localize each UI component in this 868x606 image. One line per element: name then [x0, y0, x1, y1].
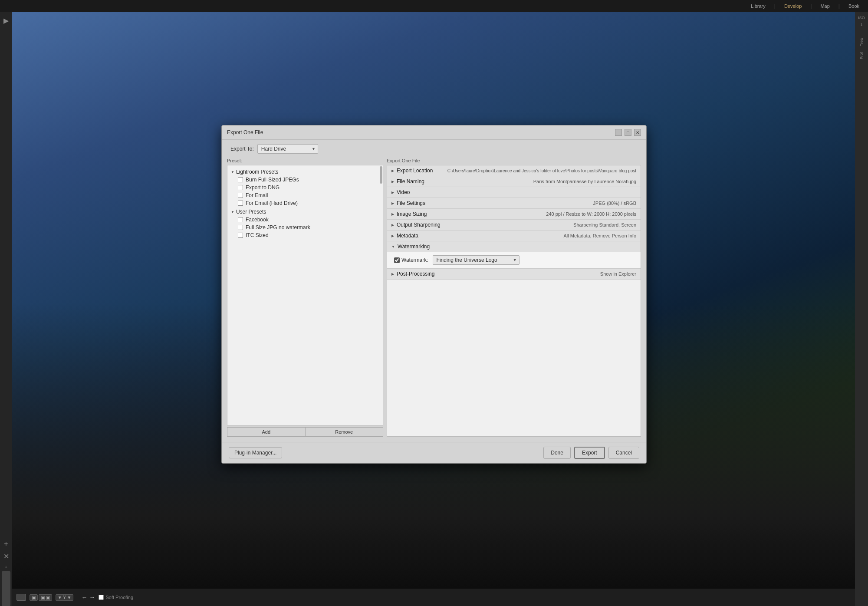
preset-list: ▼ Lightroom Presets Burn Full-Sized JPEG… [227, 165, 383, 425]
video-arrow: ▶ [391, 191, 394, 194]
dialog-footer: Plug-in Manager... Done Export Cancel [222, 442, 646, 463]
footer-right-buttons: Done Export Cancel [543, 447, 639, 459]
image-sizing-title: Image Sizing [397, 211, 427, 217]
burn-label[interactable]: Burn Full-Sized JPEGs [246, 177, 299, 183]
user-presets-label: User Presets [236, 209, 266, 215]
export-location-header[interactable]: ▶ Export Location C:\Users\laure\Dropbox… [387, 165, 641, 176]
output-sharpening-title: Output Sharpening [397, 222, 441, 228]
section-watermarking: ▼ Watermarking Watermark: [387, 241, 641, 269]
dng-checkbox[interactable] [238, 185, 243, 190]
email-label[interactable]: For Email [246, 192, 268, 198]
fullsize-checkbox[interactable] [238, 225, 243, 230]
settings-header: Export One File [387, 158, 641, 163]
watermark-select-wrapper: Finding the Universe Logo None ▼ [433, 255, 519, 265]
section-output-sharpening: ▶ Output Sharpening Sharpening Standard,… [387, 220, 641, 231]
file-naming-value: Paris from Montparnasse by Laurence Nora… [533, 179, 636, 184]
metadata-value: All Metadata, Remove Person Info [563, 233, 636, 238]
email-checkbox[interactable] [238, 193, 243, 198]
post-processing-header[interactable]: ▶ Post-Processing Show in Explorer [387, 269, 641, 279]
dialog-content: Preset: ▼ Lightroom Presets Burn Full-Si [222, 158, 646, 442]
burn-checkbox[interactable] [238, 177, 243, 182]
video-header[interactable]: ▶ Video [387, 187, 641, 198]
watermark-checkbox-label[interactable]: Watermark: [394, 257, 428, 263]
file-settings-header[interactable]: ▶ File Settings JPEG (80%) / sRGB [387, 198, 641, 208]
export-to-row: Export To: Hard Drive Email CD/DVD ▼ [222, 140, 646, 158]
watermark-row: Watermark: Finding the Universe Logo Non… [394, 255, 634, 265]
post-processing-title: Post-Processing [397, 271, 434, 277]
dialog-window-controls: – □ ✕ [615, 129, 641, 136]
maximize-btn[interactable]: □ [625, 129, 631, 136]
export-btn[interactable]: Export [574, 447, 605, 459]
file-naming-arrow: ▶ [391, 180, 394, 184]
image-sizing-value: 240 ppi / Resize to W: 2000 H: 2000 pixe… [546, 211, 636, 217]
email-hd-label[interactable]: For Email (Hard Drive) [246, 200, 298, 206]
lightroom-presets-group: ▼ Lightroom Presets Burn Full-Sized JPEG… [227, 168, 383, 207]
preset-panel: Preset: ▼ Lightroom Presets Burn Full-Si [227, 158, 383, 437]
dialog-overlay: Export One File – □ ✕ Export To: Hard Dr… [0, 0, 868, 606]
image-sizing-header[interactable]: ▶ Image Sizing 240 ppi / Resize to W: 20… [387, 209, 641, 219]
fullsize-label[interactable]: Full Size JPG no watermark [246, 224, 310, 231]
export-to-select-wrapper: Hard Drive Email CD/DVD ▼ [257, 144, 318, 154]
export-dialog: Export One File – □ ✕ Export To: Hard Dr… [221, 125, 647, 464]
export-location-title: Export Location [397, 168, 433, 174]
preset-header: Preset: [227, 158, 383, 163]
export-to-label: Export To: [230, 146, 254, 152]
file-settings-title: File Settings [397, 200, 425, 206]
preset-item-burn: Burn Full-Sized JPEGs [227, 176, 383, 184]
dialog-title: Export One File [227, 129, 263, 135]
minimize-btn[interactable]: – [615, 129, 622, 136]
watermark-select[interactable]: Finding the Universe Logo None [433, 255, 519, 265]
watermarking-content: Watermark: Finding the Universe Logo Non… [387, 252, 641, 268]
itc-checkbox[interactable] [238, 233, 243, 238]
preset-label: Preset: [227, 158, 242, 163]
remove-preset-btn[interactable]: Remove [305, 427, 384, 437]
metadata-arrow: ▶ [391, 234, 394, 238]
preset-item-email-hd: For Email (Hard Drive) [227, 199, 383, 207]
preset-item-itc: ITC Sized [227, 231, 383, 239]
watermarking-header[interactable]: ▼ Watermarking [387, 241, 641, 252]
post-processing-value: Show in Explorer [600, 271, 636, 277]
plugin-manager-btn[interactable]: Plug-in Manager... [229, 447, 282, 458]
preset-item-email: For Email [227, 191, 383, 199]
facebook-checkbox[interactable] [238, 217, 243, 222]
watermarking-arrow: ▼ [391, 245, 395, 249]
itc-label[interactable]: ITC Sized [246, 232, 269, 238]
section-video: ▶ Video [387, 187, 641, 198]
section-image-sizing: ▶ Image Sizing 240 ppi / Resize to W: 20… [387, 209, 641, 220]
lightroom-presets-label: Lightroom Presets [236, 169, 278, 175]
email-hd-checkbox[interactable] [238, 201, 243, 206]
metadata-header[interactable]: ▶ Metadata All Metadata, Remove Person I… [387, 231, 641, 241]
cancel-btn[interactable]: Cancel [608, 447, 639, 459]
add-preset-btn[interactable]: Add [227, 427, 305, 437]
watermark-label: Watermark: [401, 257, 428, 263]
output-sharpening-header[interactable]: ▶ Output Sharpening Sharpening Standard,… [387, 220, 641, 230]
watermarking-title: Watermarking [398, 244, 430, 250]
user-presets-header[interactable]: ▼ User Presets [227, 208, 383, 216]
output-sharpening-value: Sharpening Standard, Screen [573, 222, 636, 227]
watermark-checkbox[interactable] [394, 257, 400, 263]
preset-buttons: Add Remove [227, 427, 383, 437]
section-metadata: ▶ Metadata All Metadata, Remove Person I… [387, 231, 641, 241]
metadata-title: Metadata [397, 233, 418, 239]
done-btn[interactable]: Done [543, 447, 571, 459]
close-btn[interactable]: ✕ [634, 129, 641, 136]
section-export-location: ▶ Export Location C:\Users\laure\Dropbox… [387, 165, 641, 176]
user-presets-group: ▼ User Presets Facebook Full Size JPG no… [227, 208, 383, 239]
file-naming-header[interactable]: ▶ File Naming Paris from Montparnasse by… [387, 176, 641, 187]
lightroom-group-arrow: ▼ [231, 170, 234, 174]
section-post-processing: ▶ Post-Processing Show in Explorer [387, 269, 641, 280]
section-file-settings: ▶ File Settings JPEG (80%) / sRGB [387, 198, 641, 209]
preset-item-fullsize: Full Size JPG no watermark [227, 224, 383, 231]
file-naming-title: File Naming [397, 178, 424, 184]
dng-label[interactable]: Export to DNG [246, 184, 279, 191]
post-processing-arrow: ▶ [391, 272, 394, 276]
lightroom-presets-header[interactable]: ▼ Lightroom Presets [227, 168, 383, 176]
export-to-select[interactable]: Hard Drive Email CD/DVD [257, 144, 318, 154]
output-sharpening-arrow: ▶ [391, 223, 394, 227]
settings-list: ▶ Export Location C:\Users\laure\Dropbox… [387, 165, 641, 437]
file-settings-arrow: ▶ [391, 201, 394, 205]
facebook-label[interactable]: Facebook [246, 217, 269, 223]
image-sizing-arrow: ▶ [391, 212, 394, 216]
preset-item-dng: Export to DNG [227, 184, 383, 191]
preset-scrollbar[interactable] [380, 166, 382, 184]
